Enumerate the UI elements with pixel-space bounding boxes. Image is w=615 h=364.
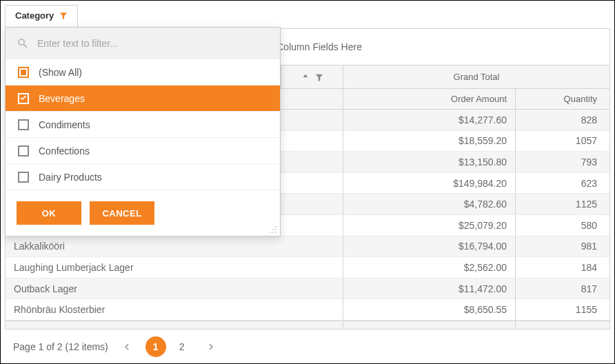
table-row[interactable]: Laughing Lumberjack Lager$2,562.00184	[6, 257, 609, 279]
pager-prev-button[interactable]	[118, 338, 136, 356]
order-amount-header[interactable]: Order Amount	[343, 89, 516, 109]
filter-item[interactable]: Confections	[6, 138, 280, 164]
row-qty: 580	[516, 215, 605, 236]
filter-item-label: Beverages	[39, 93, 85, 104]
pager: Page 1 of 2 (12 items) 12	[5, 329, 610, 363]
row-qty: 793	[516, 152, 605, 172]
table-row[interactable]: Rhönbräu Klosterbier$8,650.551155	[6, 299, 609, 321]
svg-point-0	[275, 226, 276, 228]
ok-button[interactable]: OK	[17, 201, 81, 225]
search-icon	[17, 37, 29, 50]
row-name: Lakkalikööri	[6, 236, 343, 257]
filter-item[interactable]: (Show All)	[6, 59, 280, 85]
row-amount: $149,984.20	[343, 173, 516, 194]
row-qty: 828	[516, 110, 605, 130]
chevron-left-icon	[123, 343, 131, 351]
svg-point-5	[275, 232, 276, 233]
row-qty: 184	[516, 257, 605, 278]
row-qty: 1125	[516, 194, 605, 214]
row-amount: $16,794.00	[343, 236, 516, 257]
row-amount: $11,472.00	[343, 279, 516, 299]
grip-icon	[269, 225, 277, 234]
row-qty: 1155	[516, 299, 605, 320]
filter-item[interactable]: Beverages	[6, 85, 280, 112]
checkbox-unchecked[interactable]	[18, 145, 29, 156]
svg-point-1	[272, 229, 274, 230]
row-amount: $8,650.55	[343, 299, 516, 320]
row-qty: 981	[516, 236, 605, 257]
chevron-right-icon	[207, 343, 215, 351]
checkbox-checked[interactable]	[18, 93, 29, 104]
category-tab-label: Category	[15, 10, 54, 21]
row-amount: $2,562.00	[343, 257, 516, 278]
funnel-icon	[59, 12, 68, 20]
checkbox-unchecked[interactable]	[18, 119, 29, 130]
pager-next-button[interactable]	[202, 338, 220, 356]
table-row[interactable]: Outback Lager$11,472.00817	[6, 279, 609, 300]
filter-item-label: Condiments	[39, 119, 90, 130]
sort-asc-icon	[301, 72, 310, 82]
row-amount: $18,559.20	[343, 131, 516, 152]
checkbox-indeterminate[interactable]	[18, 67, 29, 78]
pager-page-1[interactable]: 1	[145, 336, 166, 357]
grand-total-header: Grand Total	[343, 65, 609, 88]
quantity-header[interactable]: Quantity	[516, 89, 605, 109]
row-name: Laughing Lumberjack Lager	[6, 257, 343, 278]
filter-footer: OK CANCEL	[6, 190, 280, 236]
svg-point-4	[272, 232, 274, 233]
filter-item-label: Dairy Products	[39, 172, 102, 183]
table-row[interactable]: Lakkalikööri$16,794.00981	[6, 236, 609, 258]
cancel-button[interactable]: CANCEL	[90, 201, 154, 225]
svg-point-2	[275, 229, 276, 230]
filter-item[interactable]: Dairy Products	[6, 164, 280, 190]
filter-item[interactable]: Condiments	[6, 112, 280, 138]
filter-icon	[314, 72, 324, 82]
svg-point-3	[270, 232, 271, 233]
filter-list[interactable]: (Show All)BeveragesCondimentsConfections…	[6, 59, 280, 190]
row-qty: 1057	[516, 131, 605, 152]
filter-search-row	[6, 28, 280, 59]
row-name: Outback Lager	[6, 279, 343, 299]
row-name: Rhönbräu Klosterbier	[6, 299, 343, 320]
pager-summary: Page 1 of 2 (12 items)	[13, 341, 108, 352]
category-filter-tab[interactable]: Category	[5, 5, 78, 27]
column-sort-area[interactable]	[281, 65, 343, 88]
filter-item-label: (Show All)	[39, 67, 82, 78]
pager-page-2[interactable]: 2	[172, 336, 192, 357]
resize-grip[interactable]	[269, 225, 277, 233]
filter-item-label: Confections	[39, 145, 90, 156]
row-qty: 817	[516, 279, 605, 299]
row-qty: 623	[516, 173, 605, 194]
row-amount: $25,079.20	[343, 215, 516, 236]
checkbox-unchecked[interactable]	[18, 172, 29, 183]
row-amount: $14,277.60	[343, 110, 516, 130]
row-amount: $13,150.80	[343, 152, 516, 172]
filter-popup: (Show All)BeveragesCondimentsConfections…	[5, 27, 281, 236]
filter-search-input[interactable]	[37, 38, 269, 49]
row-amount: $4,782.60	[343, 194, 516, 214]
